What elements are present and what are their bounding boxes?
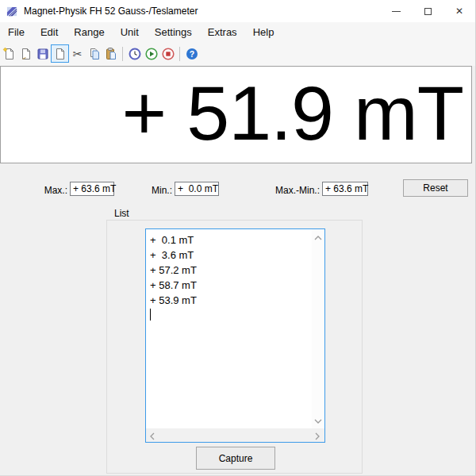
minimize-button[interactable] — [380, 0, 412, 22]
help-button[interactable]: ? — [183, 45, 200, 63]
window-title: Magnet-Physik FH 52 Gauss-/Teslameter — [24, 6, 198, 17]
vertical-scrollbar[interactable] — [312, 229, 324, 428]
save-button[interactable] — [34, 45, 51, 63]
start-button[interactable] — [143, 45, 159, 63]
play-icon — [144, 47, 159, 61]
maximize-icon — [424, 8, 432, 15]
close-button[interactable]: ✕ — [443, 0, 475, 22]
help-icon: ? — [185, 47, 199, 61]
new-file-icon — [2, 47, 17, 61]
menu-unit[interactable]: Unit — [113, 23, 147, 41]
measurement-list[interactable]: + 0.1 mT + 3.6 mT + 57.2 mT + 58.7 mT + … — [145, 228, 325, 443]
max-label: Max.: — [24, 185, 67, 196]
menu-settings[interactable]: Settings — [147, 23, 200, 41]
toolbar-separator — [122, 47, 123, 61]
list-item: + 57.2 mT — [150, 263, 312, 278]
minimize-icon — [392, 11, 401, 12]
horizontal-scrollbar[interactable] — [146, 428, 324, 442]
menu-file[interactable]: File — [0, 23, 33, 41]
scroll-down-icon[interactable] — [314, 419, 322, 424]
scroll-up-icon[interactable] — [314, 236, 322, 240]
list-groupbox-label: List — [111, 208, 132, 219]
capture-button[interactable]: Capture — [196, 447, 275, 470]
menu-extras[interactable]: Extras — [200, 23, 245, 41]
open-file-icon — [19, 47, 33, 61]
paste-button[interactable] — [102, 45, 119, 63]
cut-button[interactable]: ✂ — [69, 45, 86, 63]
list-item: + 58.7 mT — [150, 278, 312, 293]
reset-button[interactable]: Reset — [403, 179, 468, 197]
paste-icon — [104, 47, 118, 61]
new-window-button[interactable] — [51, 44, 69, 63]
clock-button[interactable] — [126, 45, 143, 63]
list-item: + 0.1 mT — [150, 232, 312, 248]
save-icon — [36, 47, 50, 61]
menu-bar: File Edit Range Unit Settings Extras Hel… — [0, 22, 475, 41]
stop-icon — [161, 47, 175, 61]
title-bar[interactable]: Magnet-Physik FH 52 Gauss-/Teslameter ✕ — [0, 0, 475, 22]
menu-help[interactable]: Help — [245, 23, 282, 41]
measurement-value: + 51.9 mT — [122, 67, 463, 163]
new-file-button[interactable] — [1, 45, 17, 63]
toolbar-separator — [179, 47, 180, 61]
list-item: + 3.6 mT — [150, 248, 312, 263]
toolbar: ✂ — [0, 41, 475, 66]
window-controls: ✕ — [380, 0, 475, 22]
open-file-button[interactable] — [17, 45, 34, 63]
svg-text:?: ? — [189, 49, 194, 59]
close-icon: ✕ — [455, 6, 463, 16]
cut-icon: ✂ — [73, 48, 83, 60]
clock-icon — [128, 47, 142, 61]
copy-icon — [87, 47, 102, 61]
text-caret — [150, 309, 151, 321]
measurement-list-content: + 0.1 mT + 3.6 mT + 57.2 mT + 58.7 mT + … — [146, 229, 312, 428]
measurement-display: + 51.9 mT — [0, 66, 472, 163]
scroll-left-icon[interactable] — [150, 432, 155, 440]
stop-button[interactable] — [159, 45, 176, 63]
min-label: Min.: — [127, 185, 172, 196]
app-window: Magnet-Physik FH 52 Gauss-/Teslameter ✕ … — [0, 0, 476, 476]
maximize-button[interactable] — [412, 0, 443, 22]
list-item: + 53.9 mT — [150, 293, 312, 308]
max-field[interactable]: + 63.6 mT — [70, 182, 114, 196]
page-icon — [53, 47, 67, 61]
maxmin-field[interactable]: + 63.6 mT — [322, 182, 368, 196]
copy-button[interactable] — [86, 45, 102, 63]
app-icon — [6, 6, 18, 17]
menu-range[interactable]: Range — [66, 23, 112, 41]
maxmin-label: Max.-Min.: — [254, 185, 320, 196]
menu-edit[interactable]: Edit — [33, 23, 66, 41]
min-field[interactable]: + 0.0 mT — [175, 182, 219, 196]
scroll-right-icon[interactable] — [315, 432, 320, 440]
